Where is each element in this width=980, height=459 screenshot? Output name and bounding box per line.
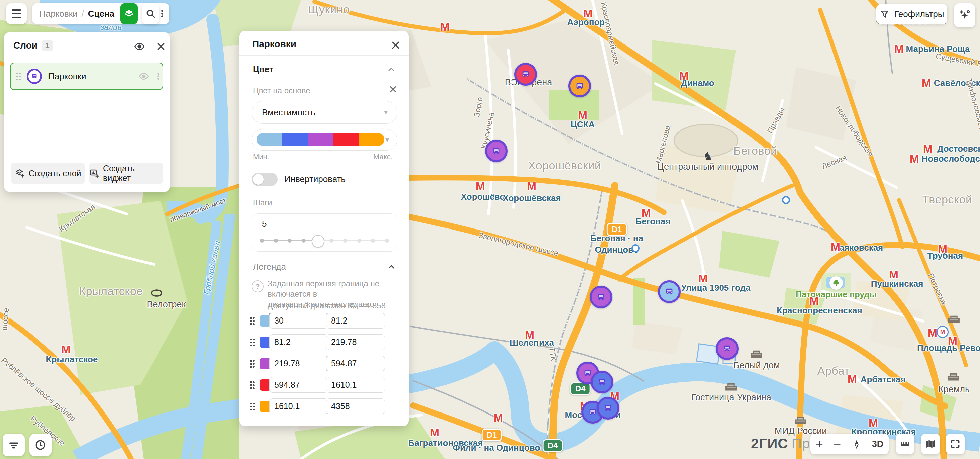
breadcrumb-project[interactable]: Парковки [32,9,79,19]
parking-marker[interactable] [590,286,612,308]
legend-to-input[interactable] [326,334,385,350]
layer-drag-handle[interactable] [16,72,21,81]
layer-visibility-icon[interactable] [138,71,149,81]
legend-from-input[interactable] [269,334,328,350]
slider-tick[interactable] [343,239,347,242]
slider-tick[interactable] [302,239,306,242]
history-button[interactable] [29,434,51,456]
legend-to-input[interactable] [326,398,385,414]
slider-tick[interactable] [385,239,389,242]
steps-input[interactable] [261,218,289,230]
zoom-out-button[interactable]: − [834,437,841,451]
breadcrumb-separator: / [79,9,86,19]
layers-panel-title: Слои [13,40,37,51]
create-layer-button[interactable]: Создать слой [11,163,85,184]
invert-toggle[interactable] [251,173,278,186]
legend-available-range: Доступный диапазон 30 – 4 358 [267,300,386,311]
steps-control [251,214,397,252]
palette-segment [282,133,307,146]
parking-marker[interactable] [591,371,613,394]
collapse-legend-section-button[interactable] [387,262,396,272]
palette-max-label: Макс. [373,153,393,161]
legend-from-input[interactable] [269,355,328,371]
legend-row-drag-handle[interactable] [250,359,255,368]
slider-tick[interactable] [288,239,292,242]
legend-to-input[interactable] [326,377,385,393]
clear-color-basis-button[interactable] [389,85,397,94]
palette-segment [333,133,358,146]
map-filters-button[interactable] [3,434,25,456]
compass-button[interactable] [851,439,862,449]
legend-row-drag-handle[interactable] [250,317,255,325]
layers-panel-header: Слои 1 [13,40,53,51]
toggle-all-layers-visibility-button[interactable] [134,41,145,52]
parking-marker[interactable] [568,75,591,97]
palette-segment [359,133,384,146]
3d-mode-button[interactable]: 3D [872,439,884,449]
toggle-knob [253,174,264,185]
slider-tick[interactable] [260,239,264,242]
steps-label: Шаги [253,198,272,207]
sparkles-icon [958,9,971,22]
ruler-button[interactable] [896,434,915,454]
map-icon [925,438,936,449]
funnel-icon [880,9,890,19]
legend-row [239,398,409,414]
zoom-in-button[interactable]: + [816,437,823,451]
parking-layer-icon [27,69,42,84]
legend-row [239,377,409,393]
breadcrumb-scene: Сцена [86,9,121,19]
create-widget-label: Создать виджет [103,164,163,183]
steps-slider[interactable] [260,234,389,247]
slider-tick[interactable] [329,239,334,242]
legend-from-input[interactable] [269,398,328,414]
invert-label: Инвертировать [284,174,345,184]
parking-marker[interactable] [716,337,738,360]
create-layer-label: Создать слой [29,169,81,178]
search-button[interactable] [142,3,159,24]
slider-tick[interactable] [357,239,361,242]
legend-row-drag-handle[interactable] [250,402,255,411]
palette-select[interactable]: ▼ [251,129,397,151]
legend-from-input[interactable] [269,313,328,328]
legend-row-drag-handle[interactable] [250,381,255,389]
chevron-down-icon: ▼ [384,136,390,143]
main-menu-button[interactable] [6,3,27,24]
fullscreen-button[interactable] [946,434,965,454]
steps-slider-handle[interactable] [312,235,325,247]
map-legend-button[interactable] [921,434,940,454]
parking-marker[interactable] [514,63,537,86]
create-widget-button[interactable]: Создать виджет [89,163,163,184]
legend-row-drag-handle[interactable] [250,338,255,347]
legend-row [239,355,409,372]
slider-tick[interactable] [371,239,375,242]
layer-item-parking[interactable]: Парковки [10,62,163,90]
slider-tick[interactable] [274,239,278,242]
close-layers-panel-button[interactable] [155,41,167,52]
palette-segment [308,133,333,146]
color-basis-label: Цвет на основе [253,86,310,96]
legend-section-title: Легенда [253,261,286,272]
legend-to-input[interactable] [326,313,385,328]
close-settings-panel-button[interactable] [391,40,401,50]
attribute-value: Вместимость [262,107,315,118]
create-layer-icon [14,168,24,178]
layers-icon [123,8,135,19]
ai-assistant-button[interactable] [954,3,975,27]
parking-marker[interactable] [485,140,508,162]
parking-marker[interactable] [597,397,619,419]
create-widget-icon [89,168,99,178]
attribute-select[interactable]: Вместимость ▼ [251,101,397,124]
geofilters-button[interactable]: Геофильтры [876,4,947,24]
clock-icon [35,439,46,451]
collapse-color-section-button[interactable] [387,65,396,74]
color-section-title: Цвет [253,64,273,75]
legend-to-input[interactable] [326,355,385,371]
fullscreen-icon [950,438,961,449]
legend-from-input[interactable] [269,377,328,393]
layers-toggle-button[interactable] [121,3,138,24]
layer-menu-button[interactable] [154,72,162,81]
2gis-pro-watermark: 2ГИСПро [751,435,818,452]
ruler-icon [899,438,911,449]
parking-marker[interactable] [658,280,681,303]
